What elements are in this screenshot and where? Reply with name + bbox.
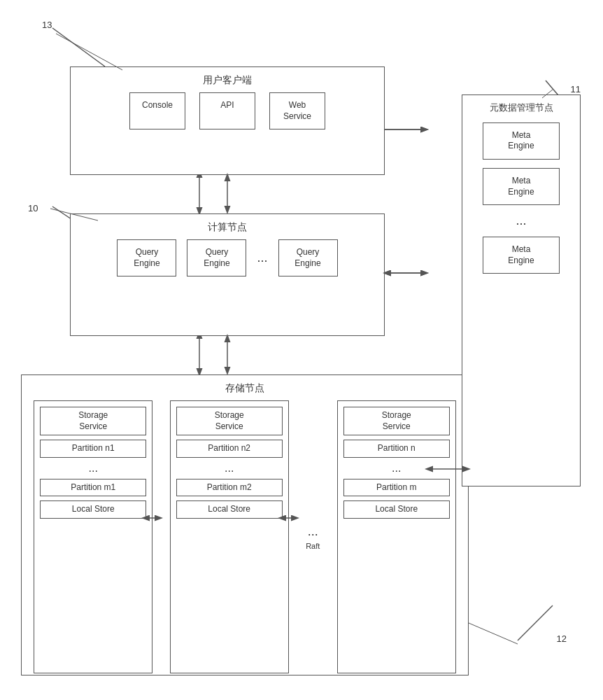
- meta-engine-1: MetaEngine: [483, 122, 560, 160]
- client-box: 用户客户端 Console API WebService: [70, 66, 385, 175]
- storage-col-2: StorageService Partition n2 ... Partitio…: [170, 400, 289, 673]
- dots-compute: ...: [257, 251, 267, 265]
- dots-between-cols: ... Raft: [306, 400, 320, 673]
- compute-title: 计算节点: [78, 221, 377, 234]
- storage-title: 存储节点: [29, 382, 461, 395]
- label-12: 12: [557, 634, 567, 644]
- local-store-1: Local Store: [40, 500, 146, 519]
- meta-engine-3: MetaEngine: [483, 237, 560, 274]
- partition-m: Partition m: [343, 479, 450, 497]
- svg-line-19: [56, 34, 122, 70]
- query-engine-2: QueryEngine: [187, 239, 246, 276]
- api-box: API: [199, 92, 255, 130]
- meta-box: 元数据管理节点 MetaEngine MetaEngine ... MetaEn…: [462, 94, 581, 486]
- svg-line-22: [469, 623, 518, 644]
- meta-engine-2: MetaEngine: [483, 168, 560, 205]
- client-title: 用户客户端: [78, 74, 377, 87]
- query-engine-1: QueryEngine: [117, 239, 176, 276]
- storage-col-1: StorageService Partition n1 ... Partitio…: [34, 400, 152, 673]
- local-store-3: Local Store: [343, 500, 450, 519]
- diagram-container: 13 11 10 12 用户客户端 Console API WebService…: [14, 14, 588, 686]
- label-11: 11: [571, 84, 581, 94]
- dots-meta: ...: [516, 214, 526, 228]
- storage-service-2: StorageService: [176, 407, 283, 435]
- partition-m2: Partition m2: [176, 479, 283, 497]
- storage-service-3: StorageService: [343, 407, 450, 435]
- console-box: Console: [129, 92, 185, 130]
- local-store-2: Local Store: [176, 500, 283, 519]
- dots-col1: ...: [40, 462, 146, 475]
- raft-label: Raft: [306, 542, 320, 550]
- line-12: [483, 592, 567, 648]
- partition-n1: Partition n1: [40, 440, 146, 458]
- query-engine-3: QueryEngine: [278, 239, 338, 276]
- web-service-box: WebService: [269, 92, 325, 130]
- compute-box: 计算节点 QueryEngine QueryEngine ... QueryEn…: [70, 214, 385, 336]
- svg-line-11: [518, 606, 553, 640]
- partition-m1: Partition m1: [40, 479, 146, 497]
- label-13: 13: [42, 20, 52, 30]
- label-10: 10: [28, 203, 38, 214]
- partition-n2: Partition n2: [176, 440, 283, 458]
- dots-col2: ...: [176, 462, 283, 475]
- storage-col-3: StorageService Partition n ... Partition…: [337, 400, 456, 673]
- svg-line-8: [52, 28, 105, 66]
- meta-title: 元数据管理节点: [469, 102, 573, 114]
- storage-service-1: StorageService: [40, 407, 146, 435]
- storage-box: 存储节点 StorageService Partition n1 ... Par…: [21, 374, 469, 676]
- dots-col3: ...: [343, 462, 450, 475]
- partition-n: Partition n: [343, 440, 450, 458]
